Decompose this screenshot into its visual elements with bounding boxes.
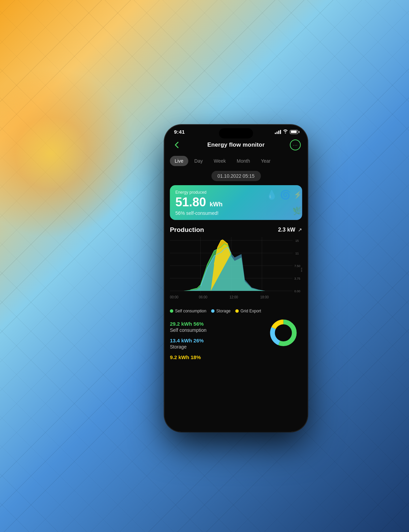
stat-label-storage: Storage bbox=[170, 344, 203, 350]
tab-live[interactable]: Live bbox=[170, 156, 188, 166]
y-label-375: 3.75 bbox=[294, 277, 300, 280]
legend-self-consumption: Self consumption bbox=[170, 309, 206, 313]
page-title: Energy flow monitor bbox=[207, 142, 264, 148]
x-label-1: 06:00 bbox=[199, 295, 207, 299]
legend-storage: Storage bbox=[211, 309, 230, 313]
back-button[interactable] bbox=[171, 139, 182, 150]
stats-with-donut: 29.2 kWh 56% Self consumption 13.4 kWh 2… bbox=[170, 321, 302, 360]
tab-month[interactable]: Month bbox=[232, 156, 255, 166]
donut-chart-svg bbox=[268, 317, 299, 348]
production-chart[interactable]: 00:00 06:00 12:00 18:00 15 11 7.50 3.75 … bbox=[170, 237, 302, 305]
production-value: 2.3 kW bbox=[278, 227, 296, 233]
donut-chart-container bbox=[268, 317, 299, 350]
phone-device: 9:41 bbox=[164, 125, 307, 432]
x-label-3: 18:00 bbox=[260, 295, 269, 299]
legend-label-self-consumption: Self consumption bbox=[175, 309, 206, 313]
date-pill[interactable]: 01.10.2022 05:15 bbox=[211, 171, 261, 181]
stat-value-self-consumption: 29.2 kWh 56% bbox=[170, 321, 206, 327]
energy-card-side-strip bbox=[298, 185, 302, 220]
legend-dot-blue bbox=[211, 309, 214, 313]
stat-value-storage: 13.4 kWh 26% bbox=[170, 338, 203, 343]
phone-screen: 9:41 bbox=[164, 125, 307, 432]
stat-row-grid-export: 9.2 kWh 18% bbox=[170, 354, 302, 360]
tab-bar: Live Day Week Month Year bbox=[164, 154, 307, 168]
legend-label-grid-export: Grid Export bbox=[240, 309, 261, 313]
battery-icon bbox=[290, 130, 298, 134]
tab-week[interactable]: Week bbox=[209, 156, 231, 166]
energy-unit: kWh bbox=[210, 201, 223, 208]
wifi-icon bbox=[283, 129, 288, 134]
x-label-0: 00:00 bbox=[170, 295, 178, 299]
chart-svg: 00:00 06:00 12:00 18:00 15 11 7.50 3.75 … bbox=[170, 237, 302, 305]
svg-point-12 bbox=[276, 325, 291, 340]
stat-left-grid-export: 9.2 kWh 18% bbox=[170, 354, 201, 360]
production-title: Production bbox=[170, 226, 204, 234]
wind-turbine-icon: 🌀 bbox=[280, 190, 291, 200]
legend-grid-export: Grid Export bbox=[235, 309, 261, 313]
y-label-11: 11 bbox=[295, 252, 299, 255]
nav-header: Energy flow monitor ··· bbox=[164, 137, 307, 154]
dynamic-island bbox=[219, 128, 253, 138]
stats-section: 29.2 kWh 56% Self consumption 13.4 kWh 2… bbox=[164, 317, 307, 360]
storage-area bbox=[170, 247, 292, 291]
phone-wrapper: 9:41 bbox=[164, 125, 307, 432]
chart-legend: Self consumption Storage Grid Export bbox=[164, 305, 307, 317]
menu-button[interactable]: ··· bbox=[290, 139, 301, 150]
tab-day[interactable]: Day bbox=[190, 156, 208, 166]
more-icon: ··· bbox=[293, 143, 298, 147]
water-drop-icon: 💧 bbox=[266, 190, 277, 200]
tab-year[interactable]: Year bbox=[256, 156, 275, 166]
production-header: Production 2.3 kW ↗ bbox=[164, 225, 307, 237]
production-value-row: 2.3 kW ↗ bbox=[278, 227, 302, 233]
legend-dot-green bbox=[170, 309, 173, 313]
stat-left-self-consumption: 29.2 kWh 56% Self consumption bbox=[170, 321, 206, 333]
y-label-0: 0.00 bbox=[294, 290, 300, 293]
signal-icon bbox=[275, 130, 281, 134]
status-time: 9:41 bbox=[174, 129, 185, 135]
date-badge-container: 01.10.2022 05:15 bbox=[164, 168, 307, 185]
x-label-2: 12:00 bbox=[229, 295, 238, 299]
energy-value: 51.80 bbox=[175, 195, 206, 209]
stat-left-storage: 13.4 kWh 26% Storage bbox=[170, 338, 203, 350]
stat-value-grid-export: 9.2 kWh 18% bbox=[170, 354, 201, 360]
y-label-15: 15 bbox=[295, 239, 299, 242]
status-icons bbox=[275, 129, 298, 134]
expand-icon[interactable]: ↗ bbox=[298, 227, 302, 233]
stat-label-self-consumption: Self consumption bbox=[170, 327, 206, 333]
legend-label-storage: Storage bbox=[216, 309, 230, 313]
energy-card-bg-icons: 💧 🌀 ⚡ 🌿 bbox=[253, 185, 302, 220]
energy-card: 💧 🌀 ⚡ 🌿 Energy produced 51.80 kWh 56% se… bbox=[170, 185, 302, 220]
kw-axis-label: kW bbox=[300, 268, 302, 272]
y-label-750: 7.50 bbox=[294, 264, 300, 268]
legend-dot-yellow bbox=[235, 309, 239, 313]
